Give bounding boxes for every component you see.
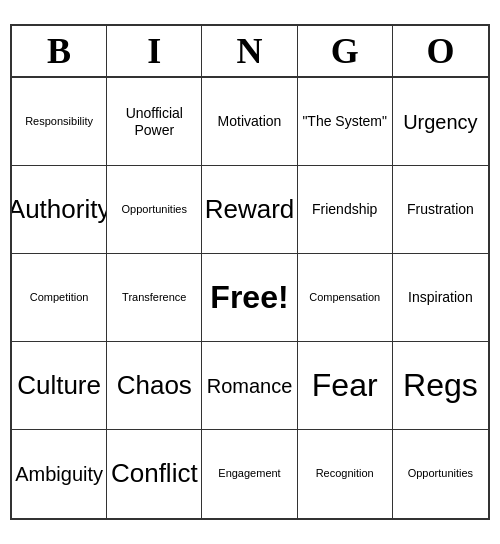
bingo-header: BINGO bbox=[12, 26, 488, 78]
cell-text-19: Regs bbox=[403, 366, 478, 404]
cell-text-0: Responsibility bbox=[25, 115, 93, 128]
bingo-cell-19: Regs bbox=[393, 342, 488, 430]
header-letter-g: G bbox=[298, 26, 393, 76]
cell-text-21: Conflict bbox=[111, 458, 198, 489]
bingo-cell-6: Opportunities bbox=[107, 166, 202, 254]
cell-text-11: Transference bbox=[122, 291, 186, 304]
bingo-cell-9: Frustration bbox=[393, 166, 488, 254]
cell-text-7: Reward bbox=[205, 194, 295, 225]
cell-text-2: Motivation bbox=[218, 113, 282, 130]
bingo-cell-3: "The System" bbox=[298, 78, 393, 166]
cell-text-9: Frustration bbox=[407, 201, 474, 218]
header-letter-n: N bbox=[202, 26, 297, 76]
bingo-cell-11: Transference bbox=[107, 254, 202, 342]
cell-text-10: Competition bbox=[30, 291, 89, 304]
bingo-cell-17: Romance bbox=[202, 342, 297, 430]
bingo-cell-7: Reward bbox=[202, 166, 297, 254]
bingo-cell-23: Recognition bbox=[298, 430, 393, 518]
header-letter-o: O bbox=[393, 26, 488, 76]
cell-text-15: Culture bbox=[17, 370, 101, 401]
cell-text-16: Chaos bbox=[117, 370, 192, 401]
bingo-grid: ResponsibilityUnofficial PowerMotivation… bbox=[12, 78, 488, 518]
header-letter-b: B bbox=[12, 26, 107, 76]
bingo-cell-21: Conflict bbox=[107, 430, 202, 518]
bingo-cell-8: Friendship bbox=[298, 166, 393, 254]
bingo-card: BINGO ResponsibilityUnofficial PowerMoti… bbox=[10, 24, 490, 520]
bingo-cell-12: Free! bbox=[202, 254, 297, 342]
bingo-cell-20: Ambiguity bbox=[12, 430, 107, 518]
cell-text-17: Romance bbox=[207, 374, 293, 398]
cell-text-12: Free! bbox=[210, 278, 288, 316]
cell-text-23: Recognition bbox=[316, 467, 374, 480]
cell-text-6: Opportunities bbox=[122, 203, 187, 216]
bingo-cell-16: Chaos bbox=[107, 342, 202, 430]
bingo-cell-5: Authority bbox=[12, 166, 107, 254]
bingo-cell-14: Inspiration bbox=[393, 254, 488, 342]
cell-text-24: Opportunities bbox=[408, 467, 473, 480]
bingo-cell-24: Opportunities bbox=[393, 430, 488, 518]
cell-text-20: Ambiguity bbox=[15, 462, 103, 486]
bingo-cell-4: Urgency bbox=[393, 78, 488, 166]
bingo-cell-10: Competition bbox=[12, 254, 107, 342]
bingo-cell-13: Compensation bbox=[298, 254, 393, 342]
bingo-cell-15: Culture bbox=[12, 342, 107, 430]
bingo-cell-18: Fear bbox=[298, 342, 393, 430]
cell-text-4: Urgency bbox=[403, 110, 477, 134]
bingo-cell-2: Motivation bbox=[202, 78, 297, 166]
header-letter-i: I bbox=[107, 26, 202, 76]
cell-text-5: Authority bbox=[12, 194, 107, 225]
cell-text-3: "The System" bbox=[302, 113, 387, 130]
bingo-cell-1: Unofficial Power bbox=[107, 78, 202, 166]
cell-text-18: Fear bbox=[312, 366, 378, 404]
cell-text-14: Inspiration bbox=[408, 289, 473, 306]
cell-text-1: Unofficial Power bbox=[111, 105, 197, 139]
cell-text-8: Friendship bbox=[312, 201, 377, 218]
cell-text-13: Compensation bbox=[309, 291, 380, 304]
bingo-cell-22: Engagement bbox=[202, 430, 297, 518]
bingo-cell-0: Responsibility bbox=[12, 78, 107, 166]
cell-text-22: Engagement bbox=[218, 467, 280, 480]
